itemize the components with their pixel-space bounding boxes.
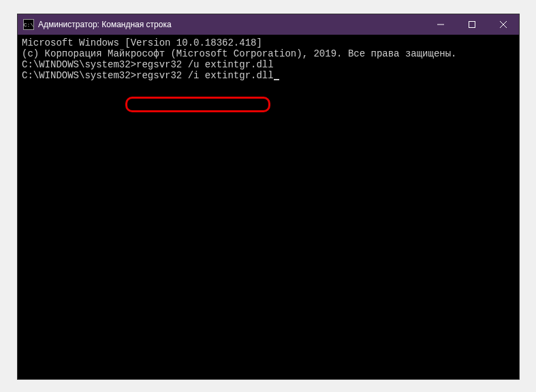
minimize-button[interactable] [425,14,456,35]
cursor [274,79,279,80]
window-controls [425,14,519,35]
titlebar[interactable]: C:\ Администратор: Командная строка [18,14,519,35]
version-line: Microsoft Windows [Version 10.0.18362.41… [22,37,515,48]
command-text: regsvr32 /u extintgr.dll [136,59,274,70]
command-text: regsvr32 /i extintgr.dll [136,70,274,81]
maximize-button[interactable] [456,14,488,35]
command-prompt-window: C:\ Администратор: Командная строка Micr… [17,14,520,380]
command-line-2: C:\WINDOWS\system32>regsvr32 /i extintgr… [22,70,515,81]
window-title: Администратор: Командная строка [38,20,425,29]
prompt: C:\WINDOWS\system32> [22,59,136,70]
command-line-1: C:\WINDOWS\system32>regsvr32 /u extintgr… [22,59,515,70]
close-button[interactable] [488,14,519,35]
prompt: C:\WINDOWS\system32> [22,70,136,81]
copyright-line: (c) Корпорация Майкрософт (Microsoft Cor… [22,48,515,59]
terminal-output[interactable]: Microsoft Windows [Version 10.0.18362.41… [18,35,519,84]
svg-rect-1 [469,22,475,28]
cmd-icon: C:\ [23,19,34,30]
